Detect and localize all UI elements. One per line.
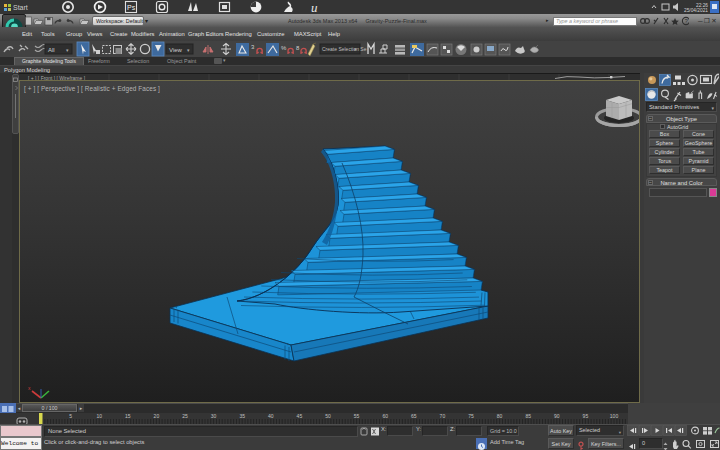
svg-text:95: 95 <box>583 413 589 419</box>
svg-text:5: 5 <box>69 413 72 419</box>
svg-text:40: 40 <box>268 413 274 419</box>
svg-text:8: 8 <box>296 45 300 51</box>
svg-text:15: 15 <box>125 413 131 419</box>
svg-text:All: All <box>48 47 55 53</box>
svg-text:Start: Start <box>13 4 28 11</box>
svg-text:90: 90 <box>554 413 560 419</box>
svg-text:22:26: 22:26 <box>696 3 708 8</box>
svg-text:85: 85 <box>525 413 531 419</box>
svg-text:u: u <box>311 0 318 14</box>
svg-text:70: 70 <box>440 413 446 419</box>
svg-text:3: 3 <box>251 44 255 50</box>
svg-text:%: % <box>281 45 287 51</box>
svg-text:25/04/2021: 25/04/2021 <box>684 8 708 13</box>
svg-text:65: 65 <box>411 413 417 419</box>
svg-text:80: 80 <box>497 413 503 419</box>
svg-text:Ps: Ps <box>127 4 136 11</box>
svg-text:35: 35 <box>239 413 245 419</box>
svg-text:30: 30 <box>211 413 217 419</box>
svg-text:25: 25 <box>182 413 188 419</box>
svg-text:60: 60 <box>382 413 388 419</box>
svg-text:20: 20 <box>154 413 160 419</box>
svg-text:45: 45 <box>297 413 303 419</box>
svg-text:100: 100 <box>610 413 619 419</box>
svg-text:10: 10 <box>96 413 102 419</box>
svg-text:View: View <box>169 47 183 53</box>
svg-text:Create Selection Se: Create Selection Se <box>322 46 367 52</box>
svg-text:x: x <box>28 385 31 391</box>
svg-text:[ + ] [ Perspective ] [ Realis: [ + ] [ Perspective ] [ Realistic + Edge… <box>24 85 160 93</box>
svg-text:50: 50 <box>325 413 331 419</box>
svg-text:75: 75 <box>468 413 474 419</box>
svg-text:55: 55 <box>354 413 360 419</box>
